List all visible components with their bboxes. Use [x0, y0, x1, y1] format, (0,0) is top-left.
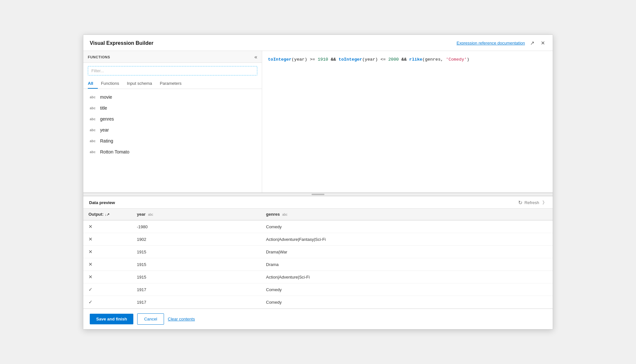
preview-table: Output: ↓↗ year abc genres abc ✕ -1980	[83, 209, 553, 309]
table-row: ✕ 1915 Action|Adventure|Sci-Fi	[83, 271, 553, 283]
table-header-row: Output: ↓↗ year abc genres abc	[83, 209, 553, 220]
genres-cell: Drama|War	[261, 246, 553, 258]
output-cell: ✕	[83, 233, 132, 246]
list-item[interactable]: abc year	[83, 124, 262, 135]
top-section: FUNCTIONS « All Functions Input schema P…	[83, 51, 553, 193]
output-cell: ✕	[83, 246, 132, 258]
table-row: ✕ -1980 Comedy	[83, 220, 553, 233]
modal-title: Visual Expression Builder	[90, 40, 153, 46]
expression-editor[interactable]: toInteger(year) >= 1910 && toInteger(yea…	[262, 51, 553, 192]
type-badge: abc	[90, 139, 97, 143]
cross-icon: ✕	[88, 236, 93, 242]
filter-wrap	[83, 63, 262, 79]
modal: Visual Expression Builder Expression ref…	[83, 34, 553, 330]
filter-input[interactable]	[88, 66, 257, 75]
tab-parameters[interactable]: Parameters	[160, 79, 186, 89]
functions-label: FUNCTIONS	[88, 55, 110, 59]
preview-header: Data preview ↻ Refresh 》	[83, 196, 553, 209]
year-cell: 1917	[132, 283, 261, 296]
preview-controls: ↻ Refresh 》	[518, 200, 547, 206]
table-row: ✓ 1917 Comedy	[83, 296, 553, 309]
year-cell: -1980	[132, 220, 261, 233]
genres-cell: Comedy	[261, 220, 553, 233]
genres-cell: Action|Adventure|Sci-Fi	[261, 271, 553, 283]
resize-divider[interactable]	[83, 193, 553, 196]
year-cell: 1915	[132, 271, 261, 283]
output-sort-icon: ↓↗	[105, 212, 110, 216]
refresh-button[interactable]: ↻ Refresh	[518, 200, 539, 206]
cross-icon: ✕	[88, 224, 93, 229]
list-item[interactable]: abc movie	[83, 92, 262, 103]
doc-link[interactable]: Expression reference documentation	[456, 41, 525, 45]
clear-contents-button[interactable]: Clear contents	[168, 317, 195, 321]
list-item[interactable]: abc genres	[83, 113, 262, 124]
table-row: ✕ 1915 Drama	[83, 258, 553, 271]
close-button[interactable]: ✕	[539, 39, 546, 47]
year-type: abc	[148, 213, 153, 216]
data-preview: Data preview ↻ Refresh 》 Output: ↓↗	[83, 196, 553, 309]
type-badge: abc	[90, 117, 97, 121]
table-row: ✕ 1915 Drama|War	[83, 246, 553, 258]
save-finish-button[interactable]: Save and finish	[90, 314, 133, 324]
close-icon: ✕	[541, 40, 545, 46]
output-cell: ✕	[83, 220, 132, 233]
item-label: Rotton Tomato	[100, 149, 129, 154]
refresh-label: Refresh	[524, 200, 539, 205]
output-cell: ✕	[83, 271, 132, 283]
genres-type: abc	[282, 213, 287, 216]
left-panel: FUNCTIONS « All Functions Input schema P…	[83, 51, 262, 192]
cancel-button[interactable]: Cancel	[137, 313, 164, 325]
item-label: title	[100, 105, 107, 111]
output-cell: ✓	[83, 283, 132, 296]
item-label: genres	[100, 116, 114, 122]
cross-icon: ✕	[88, 249, 93, 254]
cross-icon: ✕	[88, 261, 93, 267]
modal-footer: Save and finish Cancel Clear contents	[83, 309, 553, 329]
modal-header: Visual Expression Builder Expression ref…	[83, 35, 553, 51]
items-list: abc movie abc title abc genres abc year …	[83, 89, 262, 160]
expand-button[interactable]: ↗	[529, 39, 536, 47]
item-label: year	[100, 127, 109, 133]
check-icon: ✓	[88, 299, 93, 305]
col-genres: genres abc	[261, 209, 553, 220]
preview-title: Data preview	[89, 200, 115, 205]
year-cell: 1902	[132, 233, 261, 246]
item-label: Rating	[100, 138, 113, 143]
list-item[interactable]: abc title	[83, 103, 262, 113]
genres-cell: Comedy	[261, 296, 553, 309]
col-output: Output: ↓↗	[83, 209, 132, 220]
type-badge: abc	[90, 128, 97, 132]
divider-handle	[312, 194, 324, 195]
table-row: ✕ 1902 Action|Adventure|Fantasy|Sci-Fi	[83, 233, 553, 246]
table-body: ✕ -1980 Comedy ✕ 1902 Action|Adventure|F…	[83, 220, 553, 309]
year-cell: 1915	[132, 258, 261, 271]
genres-cell: Comedy	[261, 283, 553, 296]
type-badge: abc	[90, 150, 97, 154]
panel-header: FUNCTIONS «	[83, 51, 262, 63]
type-badge: abc	[90, 106, 97, 110]
table-row: ✓ 1917 Comedy	[83, 283, 553, 296]
list-item[interactable]: abc Rating	[83, 135, 262, 146]
genres-cell: Action|Adventure|Fantasy|Sci-Fi	[261, 233, 553, 246]
collapse-button[interactable]: «	[254, 54, 257, 60]
year-cell: 1917	[132, 296, 261, 309]
tab-all[interactable]: All	[88, 79, 98, 89]
expression-panel: toInteger(year) >= 1910 && toInteger(yea…	[262, 51, 553, 192]
output-cell: ✓	[83, 296, 132, 309]
year-cell: 1915	[132, 246, 261, 258]
item-label: movie	[100, 94, 112, 100]
tab-functions[interactable]: Functions	[101, 79, 124, 89]
list-item[interactable]: abc Rotton Tomato	[83, 146, 262, 157]
tab-input-schema[interactable]: Input schema	[127, 79, 157, 89]
col-year: year abc	[132, 209, 261, 220]
refresh-icon: ↻	[518, 200, 522, 206]
genres-cell: Drama	[261, 258, 553, 271]
type-badge: abc	[90, 95, 97, 99]
cross-icon: ✕	[88, 274, 93, 280]
expand-icon: ↗	[530, 40, 534, 46]
preview-table-wrap: Output: ↓↗ year abc genres abc ✕ -1980	[83, 209, 553, 309]
tabs-row: All Functions Input schema Parameters	[83, 79, 262, 89]
output-cell: ✕	[83, 258, 132, 271]
check-icon: ✓	[88, 287, 93, 292]
collapse-preview-button[interactable]: 》	[542, 200, 547, 206]
